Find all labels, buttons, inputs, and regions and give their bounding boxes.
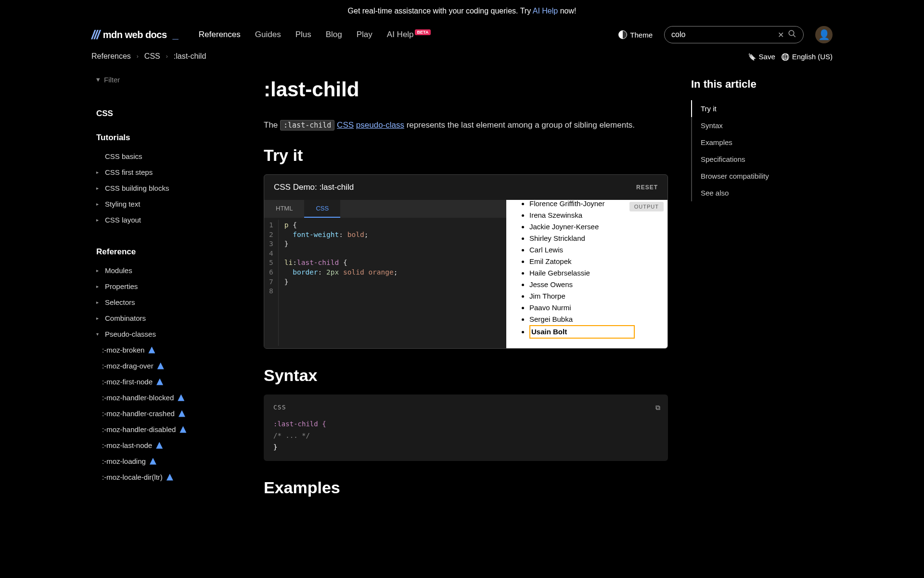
warning-icon [178,394,184,401]
svg-point-0 [789,30,794,36]
caret-icon: ▸ [96,217,101,223]
bookmark-icon [748,53,756,61]
toc-list: Try it Syntax Examples Specifications Br… [691,100,816,201]
toc-item-specifications[interactable]: Specifications [691,151,816,168]
warning-icon [156,442,163,449]
sidebar-subitem[interactable]: :-moz-broken [91,342,241,358]
nav-guides[interactable]: Guides [255,30,281,39]
svg-line-1 [793,35,796,37]
copy-icon[interactable]: ⧉ [655,402,660,414]
sidebar-subitem[interactable]: :-moz-last-node [91,437,241,453]
logo-mark-icon: /// [91,27,99,42]
layout: ▾ Filter CSS Tutorials CSS basics ▸CSS f… [0,66,924,507]
nav-play[interactable]: Play [357,30,372,39]
crumb-page[interactable]: :last-child [174,52,206,61]
warning-icon [180,426,186,433]
list-item: Carl Lewis [529,244,664,256]
list-item: Sergei Bubka [529,314,664,325]
list-item: Shirley Strickland [529,233,664,244]
sidebar-reference-title: Reference [96,247,241,257]
demo-title: CSS Demo: :last-child [274,183,354,192]
heading-examples: Examples [264,478,668,497]
warning-icon [179,410,185,417]
crumb-css[interactable]: CSS [144,52,160,61]
reset-button[interactable]: RESET [636,184,658,191]
toc-item-syntax[interactable]: Syntax [691,117,816,134]
theme-toggle[interactable]: Theme [618,30,653,39]
sidebar-subitem[interactable]: :-moz-loading [91,453,241,469]
toc-item-tryit[interactable]: Try it [691,100,816,117]
globe-icon [781,53,789,61]
heading-syntax: Syntax [264,366,668,385]
logo[interactable]: /// mdn web docs _ [91,27,179,42]
warning-icon [150,458,156,465]
language-button[interactable]: English (US) [781,53,833,61]
list-item-last: Usain Bolt [529,325,635,339]
link-pseudo-class[interactable]: pseudo-class [356,120,404,130]
nav-aihelp-label: AI Help [387,30,414,39]
toc-item-browser-compat[interactable]: Browser compatibility [691,168,816,184]
save-button[interactable]: Save [748,53,775,61]
avatar[interactable]: 👤 [815,26,833,43]
nav-blog[interactable]: Blog [326,30,342,39]
sidebar-item-css-layout[interactable]: ▸CSS layout [91,212,241,228]
sidebar-subitem[interactable]: :-moz-handler-crashed [91,406,241,421]
tab-html[interactable]: HTML [264,200,304,218]
caret-icon: ▸ [96,300,101,305]
code-text: p { font-weight: bold; } li:last-child {… [279,220,404,346]
syntax-code: :last-child { /* ... */ } [273,419,658,453]
sidebar-item-styling-text[interactable]: ▸Styling text [91,196,241,212]
crumb-sep-icon: › [137,53,139,60]
crumb-references[interactable]: References [91,52,131,61]
sidebar-item-css-basics[interactable]: CSS basics [91,148,241,164]
caret-icon: ▸ [96,170,101,175]
editor-tabs: HTML CSS [264,200,506,218]
beta-badge: BETA [415,29,431,35]
toc-item-see-also[interactable]: See also [691,184,816,201]
sidebar-subitem[interactable]: :-moz-handler-disabled [91,421,241,437]
syntax-label: CSS [273,402,658,413]
toc-title: In this article [691,78,816,91]
sidebar-css-title[interactable]: CSS [96,109,241,118]
sidebar-item-pseudo-classes[interactable]: ▾Pseudo-classes [91,326,241,342]
sidebar-item-first-steps[interactable]: ▸CSS first steps [91,164,241,180]
sidebar-subitem[interactable]: :-moz-first-node [91,374,241,390]
header: /// mdn web docs _ References Guides Plu… [0,22,924,46]
search-input[interactable] [671,30,774,39]
editor-panel: HTML CSS 12345678 p { font-weight: bold;… [264,200,506,348]
sidebar-item-building-blocks[interactable]: ▸CSS building blocks [91,180,241,196]
filter-placeholder: Filter [104,76,120,84]
sidebar-item-modules[interactable]: ▸Modules [91,263,241,278]
filter-box[interactable]: ▾ Filter [91,72,241,87]
subheader: References › CSS › :last-child Save Engl… [0,46,924,66]
sidebar: ▾ Filter CSS Tutorials CSS basics ▸CSS f… [91,66,241,507]
clear-icon[interactable]: ✕ [778,30,784,39]
toc-item-examples[interactable]: Examples [691,134,816,151]
nav-plus[interactable]: Plus [295,30,311,39]
demo-header: CSS Demo: :last-child RESET [264,175,667,200]
output-panel: OUTPUT Florence Griffith-Joyner Irena Sz… [506,200,667,348]
language-label: English (US) [792,53,833,61]
sidebar-item-selectors[interactable]: ▸Selectors [91,294,241,310]
banner-link[interactable]: AI Help [533,7,558,15]
code-editor[interactable]: 12345678 p { font-weight: bold; } li:las… [264,218,506,348]
description: The :last-child CSS pseudo-class represe… [264,118,668,131]
inline-code: :last-child [280,120,334,131]
syntax-block: CSS ⧉ :last-child { /* ... */ } [264,394,668,460]
tab-css[interactable]: CSS [304,200,340,218]
sidebar-item-properties[interactable]: ▸Properties [91,278,241,294]
sidebar-subitem[interactable]: :-moz-handler-blocked [91,390,241,406]
nav-aihelp[interactable]: AI HelpBETA [387,30,431,39]
sidebar-subitem[interactable]: :-moz-locale-dir(ltr) [91,469,241,485]
sidebar-subitem[interactable]: :-moz-drag-over [91,358,241,374]
demo-body: HTML CSS 12345678 p { font-weight: bold;… [264,200,667,348]
link-css[interactable]: CSS [337,120,354,130]
search-icon[interactable] [788,29,796,40]
sidebar-item-combinators[interactable]: ▸Combinators [91,310,241,326]
theme-label: Theme [630,31,653,39]
logo-text: mdn web docs [103,29,167,40]
output-list: Florence Griffith-Joyner Irena Szewinska… [516,200,664,339]
nav-references[interactable]: References [199,30,241,39]
list-item: Jim Thorpe [529,290,664,302]
caret-icon: ▸ [96,284,101,289]
